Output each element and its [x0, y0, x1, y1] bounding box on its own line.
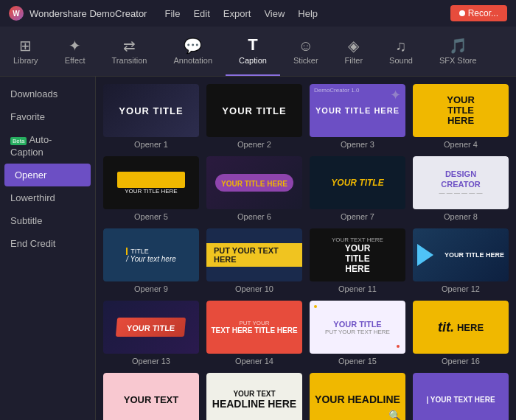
menu-help[interactable]: Help: [298, 8, 318, 19]
opener2-label: Opener 2: [206, 140, 302, 149]
tool-effect[interactable]: ✦ Effect: [52, 27, 99, 76]
sidebar-item-end-credit[interactable]: End Credit: [0, 232, 95, 255]
opener1-thumb: YOUR TITLE: [103, 84, 199, 137]
sidebar-item-auto-caption[interactable]: Beta Auto-Caption: [0, 128, 95, 164]
opener3-label: Opener 3: [310, 140, 405, 149]
opener16-thumb: tit. HERE: [413, 301, 509, 354]
sidebar-item-downloads[interactable]: Downloads: [0, 83, 95, 105]
tool-filter-label: Filter: [345, 56, 363, 65]
opener5-thumb: YOUR TITLE YOUR TITLE HERE: [103, 156, 199, 209]
opener-card-2[interactable]: YOUR TITLE Opener 2: [206, 84, 302, 149]
opener7-thumb: Your Title: [310, 156, 405, 209]
menu-export[interactable]: Export: [223, 8, 251, 19]
opener-card-5[interactable]: YOUR TITLE YOUR TITLE HERE Opener 5: [103, 156, 199, 221]
tool-transition-label: Transition: [112, 56, 147, 65]
opener-card-3[interactable]: DemoCreator 1.0 YOUR TITLE HERE ✦ Opener…: [310, 84, 405, 149]
opener-card-18[interactable]: YOUR TEXT HEADLINE HERE Opener 18: [206, 373, 302, 420]
menu-edit[interactable]: Edit: [193, 8, 209, 19]
opener11-thumb: YOUR TEXT HERE YOURTITLEHERE: [310, 228, 405, 281]
tool-caption[interactable]: T Caption: [226, 27, 280, 76]
opener12-thumb: YOUR TITLE HERE: [413, 228, 509, 281]
opener6-label: Opener 6: [206, 212, 302, 221]
opener2-thumb: YOUR TITLE: [206, 84, 302, 137]
opener-card-8[interactable]: DESIGNCREATOR — — — — — — Opener 8: [413, 156, 509, 221]
caption-icon: T: [248, 37, 257, 53]
opener14-thumb: PUT YOUR TEXT HERE TITLE HERE: [206, 301, 302, 354]
filter-icon: ◈: [348, 38, 359, 53]
opener-card-16[interactable]: tit. HERE Opener 16: [413, 301, 509, 365]
svg-marker-0: [417, 244, 433, 266]
tool-sticker-label: Sticker: [293, 56, 318, 65]
opener5-label: Opener 5: [103, 212, 199, 221]
effect-icon: ✦: [69, 38, 81, 53]
opener-card-20[interactable]: | YOUR TEXT HERE Opener 20: [413, 373, 509, 420]
opener6-thumb: YOUR TITLE HERE: [206, 156, 302, 209]
tool-sound[interactable]: ♫ Sound: [376, 27, 426, 76]
search-icon: 🔍: [388, 410, 401, 420]
menu-bar: File Edit Export View Help: [164, 8, 318, 19]
opener12-label: Opener 12: [413, 284, 509, 293]
sidebar-item-lowerthird[interactable]: Lowerthird: [0, 186, 95, 209]
opener-card-4[interactable]: YOURTITLEHERE Opener 4: [413, 84, 509, 149]
main-area: Downloads Favorite Beta Auto-Caption Ope…: [0, 77, 516, 420]
opener16-label: Opener 16: [413, 357, 509, 365]
tool-caption-label: Caption: [239, 56, 267, 65]
opener-card-12[interactable]: YOUR TITLE HERE Opener 12: [413, 228, 509, 293]
opener9-thumb: TITLE / Your text here: [103, 228, 199, 281]
sfx-store-icon: 🎵: [449, 38, 467, 53]
opener-card-1[interactable]: YOUR TITLE Opener 1: [103, 84, 199, 149]
sidebar-item-favorite[interactable]: Favorite: [0, 105, 95, 128]
tool-library[interactable]: ⊞ Library: [0, 27, 52, 76]
opener17-thumb: YOUR TEXT — — — — —: [103, 373, 199, 420]
opener-card-6[interactable]: YOUR TITLE HERE Opener 6: [206, 156, 302, 221]
opener14-label: Opener 14: [206, 357, 302, 365]
opener4-thumb: YOURTITLEHERE: [413, 84, 509, 137]
tool-sticker[interactable]: ☺ Sticker: [280, 27, 332, 76]
record-button[interactable]: Recor...: [450, 5, 507, 21]
opener-card-7[interactable]: Your Title Opener 7: [310, 156, 405, 221]
opener8-thumb: DESIGNCREATOR — — — — — —: [413, 156, 509, 209]
menu-view[interactable]: View: [264, 8, 285, 19]
content-area: YOUR TITLE Opener 1 YOUR TITLE Opener 2 …: [96, 77, 516, 420]
tool-sfx-store[interactable]: 🎵 SFX Store: [426, 27, 490, 76]
app-logo: W: [9, 6, 24, 21]
opener4-label: Opener 4: [413, 140, 509, 149]
opener-grid: YOUR TITLE Opener 1 YOUR TITLE Opener 2 …: [103, 84, 509, 420]
transition-icon: ⇄: [123, 38, 136, 53]
library-icon: ⊞: [19, 38, 32, 53]
toolbar: ⊞ Library ✦ Effect ⇄ Transition 💬 Annota…: [0, 27, 516, 77]
tool-sfx-store-label: SFX Store: [439, 56, 477, 65]
opener7-label: Opener 7: [310, 212, 405, 221]
tool-transition[interactable]: ⇄ Transition: [99, 27, 161, 76]
sound-icon: ♫: [395, 38, 406, 53]
tool-library-label: Library: [13, 56, 38, 65]
opener-card-15[interactable]: YOUR TITLE PUT YOUR TEXT HERE Opener 15: [310, 301, 405, 365]
sidebar-item-subtitle[interactable]: Subtitle: [0, 209, 95, 232]
opener-card-14[interactable]: PUT YOUR TEXT HERE TITLE HERE Opener 14: [206, 301, 302, 365]
menu-file[interactable]: File: [164, 8, 180, 19]
opener13-thumb: YOUR TITLE: [103, 301, 199, 354]
opener-card-13[interactable]: YOUR TITLE Opener 13: [103, 301, 199, 365]
opener-card-17[interactable]: YOUR TEXT — — — — — Opener 17: [103, 373, 199, 420]
opener-card-9[interactable]: TITLE / Your text here Opener 9: [103, 228, 199, 293]
app-name: Wondershare DemoCreator: [29, 8, 147, 19]
opener-card-10[interactable]: PUT YOUR TEXT HERE Opener 10: [206, 228, 302, 293]
opener8-label: Opener 8: [413, 212, 509, 221]
record-dot-icon: [459, 10, 465, 16]
opener15-label: Opener 15: [310, 357, 405, 365]
tool-filter[interactable]: ◈ Filter: [332, 27, 376, 76]
opener9-label: Opener 9: [103, 284, 199, 293]
opener-card-19[interactable]: YOUR HEADLINE 🔍 Opener 19: [310, 373, 405, 420]
sidebar: Downloads Favorite Beta Auto-Caption Ope…: [0, 77, 96, 420]
tool-sound-label: Sound: [389, 56, 413, 65]
opener-card-11[interactable]: YOUR TEXT HERE YOURTITLEHERE Opener 11: [310, 228, 405, 293]
opener10-label: Opener 10: [206, 284, 302, 293]
sidebar-item-opener[interactable]: Opener: [4, 164, 91, 186]
opener15-thumb: YOUR TITLE PUT YOUR TEXT HERE: [310, 301, 405, 354]
tool-annotation-label: Annotation: [173, 56, 212, 65]
sticker-icon: ☺: [299, 38, 313, 53]
opener3-thumb: DemoCreator 1.0 YOUR TITLE HERE ✦: [310, 84, 405, 137]
tool-effect-label: Effect: [65, 56, 86, 65]
tool-annotation[interactable]: 💬 Annotation: [160, 27, 226, 76]
opener13-label: Opener 13: [103, 357, 199, 365]
